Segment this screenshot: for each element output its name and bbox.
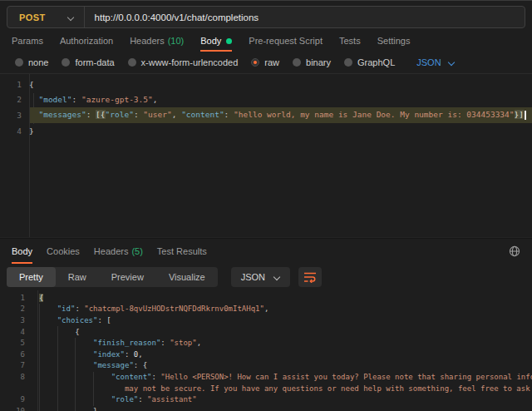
token-brk: [{ (96, 110, 105, 119)
code-text: } (29, 126, 532, 136)
token-pun: : (72, 95, 81, 104)
token-pln (39, 316, 57, 324)
line-number: 8 (0, 373, 25, 381)
body-type-binary[interactable]: binary (293, 57, 331, 67)
token-key: "content" (181, 110, 224, 119)
tab-count: (10) (168, 36, 185, 46)
line-number: 7 (0, 361, 25, 369)
token-pun: { (143, 361, 147, 369)
token-key: "messages" (38, 110, 86, 119)
code-line: may not be secure. If you have any quest… (0, 383, 532, 394)
body-type-none[interactable]: none (15, 57, 48, 67)
tab-label: Headers (130, 36, 165, 46)
code-text: { (39, 328, 532, 336)
response-tab-test-results[interactable]: Test Results (157, 239, 207, 264)
response-toolbar: PrettyRawPreviewVisualize JSON (0, 264, 532, 290)
radio-icon (15, 58, 23, 67)
line-number: 2 (0, 95, 22, 104)
radio-label: x-www-form-urlencoded (141, 57, 239, 67)
request-tab-pre-request-script[interactable]: Pre-request Script (249, 30, 323, 52)
request-tab-authorization[interactable]: Authorization (60, 30, 113, 52)
token-pun: : (134, 361, 143, 369)
body-type-x-www-form-urlencoded[interactable]: x-www-form-urlencoded (128, 57, 239, 67)
token-key: "content" (111, 373, 152, 381)
code-line: 7 "message": { (0, 360, 532, 372)
wrap-text-button[interactable] (298, 267, 322, 287)
request-url-bar: POST http://0.0.0.0:4000/v1/chat/complet… (7, 6, 525, 28)
radio-label: raw (264, 57, 279, 67)
view-visualize[interactable]: Visualize (156, 267, 218, 287)
tab-label: Settings (377, 36, 411, 46)
request-language-label: JSON (416, 57, 441, 67)
response-tab-headers[interactable]: Headers(5) (94, 239, 143, 264)
line-number: 1 (0, 294, 25, 302)
token-pln (39, 350, 93, 359)
tab-label: Body (200, 36, 221, 46)
code-text: "role": "assistant" (39, 395, 532, 404)
body-type-radios: noneform-datax-www-form-urlencodedrawbin… (15, 57, 395, 67)
code-text: may not be secure. If you have any quest… (39, 384, 532, 393)
token-pln (39, 373, 111, 381)
tab-count: (5) (131, 246, 142, 256)
code-text: "messages": [{"role": "user", "content":… (29, 110, 532, 120)
globe-icon[interactable] (509, 239, 520, 264)
spacer (221, 239, 495, 264)
token-pun: } (29, 126, 34, 136)
token-key: "choices" (57, 316, 98, 324)
chevron-down-icon (67, 14, 74, 21)
token-pun: { (29, 80, 34, 89)
line-number: 4 (0, 328, 25, 336)
body-type-form-data[interactable]: form-data (62, 57, 114, 67)
token-key: "role" (106, 110, 134, 119)
token-pln (29, 110, 38, 119)
view-pretty[interactable]: Pretty (7, 267, 56, 287)
tab-label: Body (12, 246, 32, 256)
request-language-dropdown[interactable]: JSON (416, 57, 454, 67)
response-language-dropdown[interactable]: JSON (231, 267, 290, 287)
request-tab-headers[interactable]: Headers(10) (130, 30, 184, 52)
response-tab-cookies[interactable]: Cookies (47, 239, 80, 264)
request-tab-body[interactable]: Body (200, 30, 232, 52)
code-line: 5 "finish_reason": "stop", (0, 337, 532, 349)
code-line: 1{ (0, 292, 532, 304)
code-line: 4} (0, 123, 532, 139)
radio-icon (128, 58, 136, 67)
token-str: "Hello <PERSON>! How can I assist you to… (160, 373, 532, 381)
code-text: "choices": [ (39, 316, 532, 324)
code-text: "id": "chatcmpl-8qvUzHODstrNQFDdRkrnv0mI… (39, 305, 532, 313)
method-selector[interactable]: POST (7, 7, 84, 27)
request-tab-params[interactable]: Params (12, 30, 43, 52)
token-pln (39, 395, 111, 404)
code-text: "model": "azure-gpt-3.5", (29, 95, 532, 104)
token-pln (39, 384, 125, 393)
token-pln (39, 305, 57, 313)
tab-label: Authorization (60, 36, 113, 46)
response-tab-list: BodyCookiesHeaders(5)Test Results (12, 239, 207, 264)
token-brk: }] (515, 110, 524, 119)
url-input[interactable]: http://0.0.0.0:4000/v1/chat/completions (85, 12, 259, 22)
response-tab-body[interactable]: Body (12, 239, 32, 264)
token-pln (39, 407, 93, 411)
radio-icon (62, 58, 70, 67)
body-type-graphql[interactable]: GraphQL (344, 57, 395, 67)
body-type-raw[interactable]: raw (251, 57, 279, 67)
radio-label: GraphQL (357, 57, 395, 67)
code-text: } (39, 407, 532, 411)
token-str: "stop" (170, 339, 197, 347)
view-preview[interactable]: Preview (99, 267, 156, 287)
method-label: POST (19, 12, 46, 22)
tab-label: Test Results (157, 246, 207, 256)
token-pun: } (93, 407, 97, 411)
token-pun: : (151, 373, 160, 381)
request-tab-settings[interactable]: Settings (377, 30, 411, 52)
radio-icon (293, 58, 301, 67)
request-tab-tests[interactable]: Tests (339, 30, 361, 52)
response-body-editor[interactable]: 1{2 "id": "chatcmpl-8qvUzHODstrNQFDdRkrn… (0, 290, 532, 411)
view-raw[interactable]: Raw (56, 267, 99, 287)
code-line: 3 "choices": [ (0, 314, 532, 326)
token-key: "model" (38, 95, 71, 104)
token-pln (39, 361, 93, 369)
token-pln (39, 328, 75, 336)
request-body-editor[interactable]: 1{2 "model": "azure-gpt-3.5",3 "messages… (0, 73, 532, 238)
token-key: "role" (111, 395, 139, 404)
